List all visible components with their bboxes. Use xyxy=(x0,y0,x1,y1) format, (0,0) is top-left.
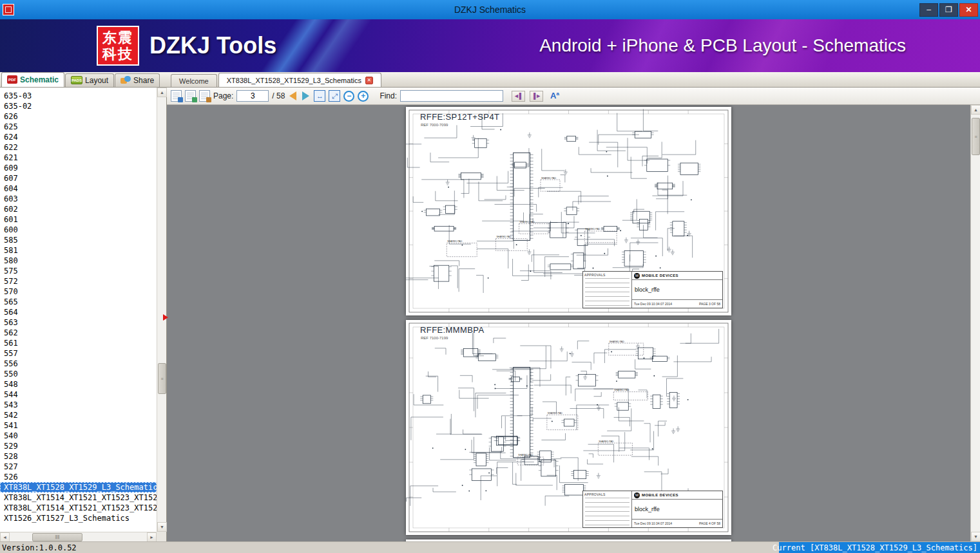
sidebar-vertical-scrollbar[interactable]: ▲ ≡ ▼ xyxy=(157,88,166,532)
list-item[interactable]: 604 xyxy=(0,183,157,194)
list-item[interactable]: 562 xyxy=(0,328,157,338)
list-item[interactable]: 561 xyxy=(0,338,157,348)
find-input[interactable] xyxy=(400,90,503,102)
tab-layout-label: Layout xyxy=(85,76,108,85)
list-item[interactable]: 600 xyxy=(0,225,157,235)
scroll-down-icon[interactable]: ▼ xyxy=(157,522,167,532)
block-title: block_rffe xyxy=(632,280,722,300)
snapshot-icon[interactable] xyxy=(199,90,210,102)
next-page-icon[interactable] xyxy=(302,91,309,100)
block-title: block_rffe xyxy=(632,500,722,520)
list-item[interactable]: 543 xyxy=(0,400,157,410)
page-note: PAGE 4 OF 58 xyxy=(699,521,720,525)
approvals-lines xyxy=(585,278,629,306)
list-item[interactable]: 602 xyxy=(0,204,157,214)
scroll-left-icon[interactable]: ◄ xyxy=(0,532,10,542)
list-item[interactable]: 544 xyxy=(0,389,157,400)
list-item[interactable]: 580 xyxy=(0,256,157,266)
approvals-column: APPROVALS xyxy=(583,272,632,308)
svg-text:SHARED PAD: SHARED PAD xyxy=(520,221,535,223)
list-item[interactable]: 609 xyxy=(0,163,157,173)
list-item[interactable]: 635-03 xyxy=(0,91,157,101)
doctab-close-icon[interactable]: ✕ xyxy=(365,77,373,84)
maximize-button[interactable]: ❐ xyxy=(939,3,958,17)
svg-text:SHARED PAD: SHARED PAD xyxy=(518,454,533,456)
doctab-welcome-label: Welcome xyxy=(179,77,209,85)
sidebar-list: 635-03635-026266256246226216096076046036… xyxy=(0,88,157,532)
schematic-ref: REF 7000-7099 xyxy=(421,123,448,127)
list-item[interactable]: XT838L_XT1528_XT1529_L3_Schematics xyxy=(0,482,157,492)
font-size-icon[interactable]: Aa xyxy=(550,91,559,100)
list-item[interactable]: 564 xyxy=(0,307,157,317)
find-previous-icon[interactable]: ◄▌ xyxy=(512,91,525,102)
list-item[interactable]: 570 xyxy=(0,286,157,297)
fit-page-icon[interactable]: ⤢ xyxy=(329,90,340,102)
list-item[interactable]: 565 xyxy=(0,297,157,307)
sidebar-hscroll-thumb[interactable]: ⦀⦀ xyxy=(32,533,82,541)
viewer-vscroll-thumb[interactable]: ≡ xyxy=(972,118,980,155)
brand-row: M MOBILE DEVICES xyxy=(632,491,722,500)
list-item[interactable]: 603 xyxy=(0,194,157,204)
list-item[interactable]: 607 xyxy=(0,173,157,183)
list-item[interactable]: 542 xyxy=(0,410,157,420)
tab-share-label: Share xyxy=(133,76,154,85)
list-item[interactable]: 601 xyxy=(0,214,157,225)
list-item[interactable]: 528 xyxy=(0,451,157,462)
title-block: APPROVALS M MOBILE DEVICES block_rffe Tu… xyxy=(582,271,723,308)
schematic-title: RFFE:SP12T+SP4T xyxy=(420,112,499,122)
list-item[interactable]: 540 xyxy=(0,431,157,441)
list-item[interactable]: XT838L_XT1514_XT1521_XT1523_XT1524_XT1 xyxy=(0,492,157,503)
copy-page-icon[interactable] xyxy=(185,90,196,102)
list-item[interactable]: 585 xyxy=(0,235,157,245)
tab-schematic[interactable]: PDF Schematic xyxy=(1,72,64,87)
pdf-toolbar: Page: / 58 ↔ ⤢ − + Find: ◄▌ ▐► Aa xyxy=(167,88,980,105)
zoom-out-icon[interactable]: − xyxy=(343,91,354,102)
page-number-input[interactable] xyxy=(236,90,269,102)
list-item[interactable]: XT1526_XT1527_L3_Schematics xyxy=(0,513,157,523)
main-area: 635-03635-026266256246226216096076046036… xyxy=(0,88,980,541)
list-item[interactable]: 529 xyxy=(0,441,157,451)
viewer-scroll-up-icon[interactable]: ▲ xyxy=(971,105,980,115)
splitter-collapse-arrow[interactable] xyxy=(163,314,168,321)
viewer-scroll-down-icon[interactable]: ▼ xyxy=(971,532,980,541)
list-item[interactable]: 581 xyxy=(0,245,157,256)
list-item[interactable]: XT838L_XT1514_XT1521_XT1523_XT1524_XT1 xyxy=(0,503,157,513)
sidebar-vscroll-thumb[interactable]: ≡ xyxy=(158,363,166,394)
doctab-active-document[interactable]: XT838L_XT1528_XT1529_L3_Schematics ✕ xyxy=(218,73,381,87)
list-item[interactable]: 563 xyxy=(0,317,157,328)
list-item[interactable]: 557 xyxy=(0,348,157,359)
list-item[interactable]: 556 xyxy=(0,359,157,369)
list-item[interactable]: 635-02 xyxy=(0,101,157,111)
fit-width-icon[interactable]: ↔ xyxy=(314,90,325,102)
scroll-up-icon[interactable]: ▲ xyxy=(157,88,167,97)
scroll-right-icon[interactable]: ► xyxy=(147,532,157,542)
list-item[interactable]: 621 xyxy=(0,153,157,163)
list-item[interactable]: 624 xyxy=(0,132,157,142)
tab-layout[interactable]: PADS Layout xyxy=(65,73,114,87)
list-item[interactable]: 548 xyxy=(0,379,157,389)
find-next-icon[interactable]: ▐► xyxy=(530,91,543,102)
list-item[interactable]: 572 xyxy=(0,276,157,286)
zoom-in-icon[interactable]: + xyxy=(358,91,369,102)
list-item[interactable]: 541 xyxy=(0,420,157,431)
list-item[interactable]: 575 xyxy=(0,266,157,276)
viewer-vertical-scrollbar[interactable]: ▲ ≡ ▼ xyxy=(970,105,980,541)
tab-share[interactable]: Share xyxy=(115,73,160,87)
list-item[interactable]: 526 xyxy=(0,472,157,482)
doctab-welcome[interactable]: Welcome xyxy=(171,74,217,87)
title-block-footer: Tue Dec 09 10:34:07 2014 PAGE 4 OF 58 xyxy=(632,520,722,527)
page-thumbnail-icon[interactable] xyxy=(171,90,182,102)
previous-page-icon[interactable] xyxy=(289,91,296,100)
title-block-right: M MOBILE DEVICES block_rffe Tue Dec 09 1… xyxy=(632,491,722,527)
minimize-button[interactable]: – xyxy=(919,3,938,17)
list-item[interactable]: 625 xyxy=(0,122,157,132)
brand-name: MOBILE DEVICES xyxy=(642,274,678,277)
close-button[interactable]: ✕ xyxy=(959,3,978,17)
page-label: Page: xyxy=(213,91,233,100)
list-item[interactable]: 626 xyxy=(0,111,157,122)
list-item[interactable]: 527 xyxy=(0,462,157,472)
list-item[interactable]: 550 xyxy=(0,369,157,379)
logo-text-bottom: 科技 xyxy=(102,46,133,62)
list-item[interactable]: 622 xyxy=(0,142,157,153)
sidebar-horizontal-scrollbar[interactable]: ◄ ⦀⦀ ► xyxy=(0,532,157,541)
